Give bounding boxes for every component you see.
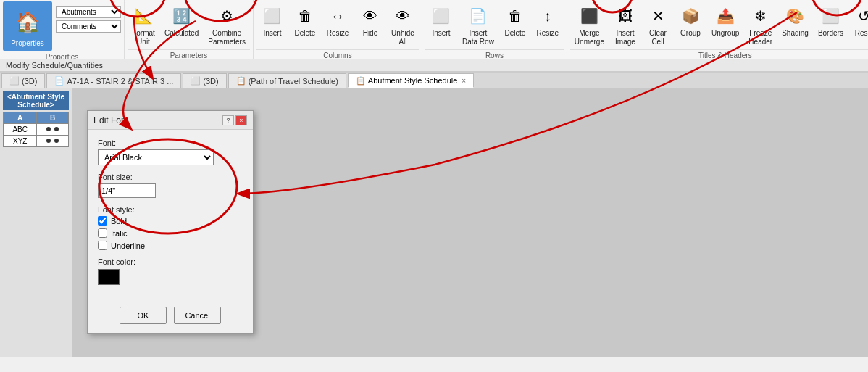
- group-button[interactable]: 📦 Group: [675, 1, 706, 41]
- modify-text: Modify Schedule/Quantities: [6, 61, 103, 70]
- cell-abc: ABC: [4, 124, 37, 136]
- hide-icon: 👁: [359, 4, 382, 28]
- tab-a7[interactable]: 📄 A7-1A - STAIR 2 & STAIR 3 ...: [46, 73, 181, 88]
- modal-controls: ? ×: [222, 115, 247, 125]
- rows-label: Rows: [425, 49, 564, 59]
- font-select[interactable]: Arial Black Arial Times New Roman Calibr…: [98, 149, 214, 165]
- tab-bar: ⬜ (3D) 📄 A7-1A - STAIR 2 & STAIR 3 ... ⬜…: [0, 73, 868, 88]
- main-area: <Abutment Style Schedule> A B ABC XYZ: [0, 88, 868, 357]
- cell-xyz: XYZ: [4, 136, 37, 147]
- modal-question-button[interactable]: ?: [222, 115, 234, 125]
- calculated-button[interactable]: 🔢 Calculated: [160, 1, 203, 41]
- modal-content: Font: Arial Black Arial Times New Roman …: [88, 130, 253, 301]
- sidebar: <Abutment Style Schedule> A B ABC XYZ: [0, 88, 72, 357]
- borders-icon: ⬜: [819, 4, 842, 28]
- group-icon: 📦: [679, 4, 702, 28]
- hide-button[interactable]: 👁 Hide: [354, 1, 386, 41]
- reset-button[interactable]: ↺ Reset: [848, 1, 868, 41]
- properties-section: 🏠 Properties Abutments Comments Properti…: [0, 0, 125, 59]
- rows-section: ⬜ Insert 📄 InsertData Row 🗑 Delete ↕ Res…: [422, 0, 567, 59]
- properties-icon: 🏠: [10, 4, 45, 39]
- underline-checkbox-item[interactable]: Underline: [98, 241, 243, 250]
- format-unit-button[interactable]: 📐 FormatUnit: [128, 1, 159, 49]
- insert-row-icon: ⬜: [430, 4, 453, 28]
- insert-col-icon: ⬜: [261, 4, 284, 28]
- tab-3d-1-icon: ⬜: [9, 76, 20, 86]
- modal-titlebar: Edit Font ? ×: [88, 111, 253, 130]
- insert-image-icon: 🖼: [614, 4, 637, 28]
- font-style-group: Font style: Bold Italic Underline: [98, 205, 243, 250]
- ok-button[interactable]: OK: [120, 307, 167, 324]
- tab-abutment-icon: 📋: [356, 76, 366, 86]
- abutments-dropdown[interactable]: Abutments: [56, 6, 121, 18]
- ungroup-button[interactable]: 📤 Ungroup: [707, 1, 743, 41]
- resize-col-button[interactable]: ↔ Resize: [322, 1, 354, 41]
- dot: [54, 139, 59, 143]
- titles-section: ⬛ MergeUnmerge 🖼 InsertImage ✕ ClearCell…: [567, 0, 868, 59]
- italic-checkbox-item[interactable]: Italic: [98, 228, 243, 238]
- properties-label: Properties: [11, 39, 44, 48]
- insert-data-row-button[interactable]: 📄 InsertData Row: [458, 1, 498, 49]
- tab-3d-2[interactable]: ⬜ (3D): [183, 73, 226, 88]
- italic-checkbox[interactable]: [98, 228, 107, 238]
- tab-3d-2-icon: ⬜: [191, 76, 201, 86]
- clear-cell-icon: ✕: [646, 4, 669, 28]
- font-size-input[interactable]: [98, 183, 156, 198]
- merge-button[interactable]: ⬛ MergeUnmerge: [570, 1, 609, 49]
- underline-checkbox[interactable]: [98, 241, 107, 250]
- resize-col-icon: ↔: [326, 4, 349, 28]
- tab-path[interactable]: 📋 (Path of Travel Schedule): [228, 73, 346, 88]
- shading-button[interactable]: 🎨 Shading: [777, 1, 813, 41]
- cell-dots-1: [37, 124, 69, 136]
- unhide-all-button[interactable]: 👁 UnhideAll: [387, 1, 419, 49]
- modal-close-button[interactable]: ×: [235, 115, 247, 125]
- delete-col-button[interactable]: 🗑 Delete: [289, 1, 321, 41]
- modal-title: Edit Font: [93, 115, 128, 125]
- combine-params-icon: ⚙: [215, 4, 238, 28]
- font-group: Font: Arial Black Arial Times New Roman …: [98, 139, 243, 165]
- unhide-all-icon: 👁: [391, 4, 414, 28]
- tab-path-icon: 📋: [236, 76, 246, 86]
- edit-font-modal: Edit Font ? × Font: Arial Black Arial Ti…: [87, 110, 254, 334]
- delete-row-icon: 🗑: [504, 4, 527, 28]
- comments-dropdown[interactable]: Comments: [56, 20, 121, 33]
- color-swatch[interactable]: [98, 269, 120, 285]
- font-color-group: Font color:: [98, 257, 243, 285]
- tab-abutment-close[interactable]: ×: [462, 77, 466, 85]
- format-unit-icon: 📐: [132, 4, 155, 28]
- delete-row-button[interactable]: 🗑 Delete: [499, 1, 531, 41]
- resize-row-icon: ↕: [536, 4, 559, 28]
- reset-icon: ↺: [853, 4, 868, 28]
- freeze-button[interactable]: ❄ FreezeHeader: [744, 1, 777, 49]
- tab-3d-1[interactable]: ⬜ (3D): [1, 73, 45, 88]
- table-row: ABC: [4, 124, 69, 136]
- clear-cell-button[interactable]: ✕ ClearCell: [642, 1, 674, 49]
- calculated-icon: 🔢: [170, 4, 193, 28]
- borders-button[interactable]: ⬜ Borders: [814, 1, 848, 41]
- col-b-header: B: [37, 112, 69, 124]
- tab-a7-icon: 📄: [54, 76, 64, 86]
- properties-button[interactable]: 🏠 Properties: [3, 1, 52, 51]
- dot: [46, 139, 51, 143]
- ribbon: 🏠 Properties Abutments Comments Properti…: [0, 0, 868, 73]
- modal-footer: OK Cancel: [88, 301, 253, 333]
- bold-label: Bold: [111, 217, 127, 226]
- tab-path-label: (Path of Travel Schedule): [249, 77, 338, 86]
- cancel-button[interactable]: Cancel: [174, 307, 221, 324]
- delete-col-icon: 🗑: [293, 4, 317, 28]
- cell-dots-2: [37, 136, 69, 147]
- insert-col-button[interactable]: ⬜ Insert: [256, 1, 288, 41]
- dot: [54, 127, 59, 131]
- bold-checkbox-item[interactable]: Bold: [98, 216, 243, 226]
- underline-label: Underline: [111, 241, 145, 250]
- bold-checkbox[interactable]: [98, 216, 107, 226]
- checkbox-group: Bold Italic Underline: [98, 216, 243, 250]
- tab-3d-1-label: (3D): [22, 77, 37, 86]
- combine-params-button[interactable]: ⚙ CombineParameters: [204, 1, 250, 49]
- table-row: XYZ: [4, 136, 69, 147]
- insert-image-button[interactable]: 🖼 InsertImage: [609, 1, 641, 49]
- font-size-label: Font size:: [98, 173, 243, 181]
- insert-row-button[interactable]: ⬜ Insert: [425, 1, 457, 41]
- tab-abutment[interactable]: 📋 Abutment Style Schedule ×: [348, 73, 474, 88]
- resize-row-button[interactable]: ↕ Resize: [532, 1, 564, 41]
